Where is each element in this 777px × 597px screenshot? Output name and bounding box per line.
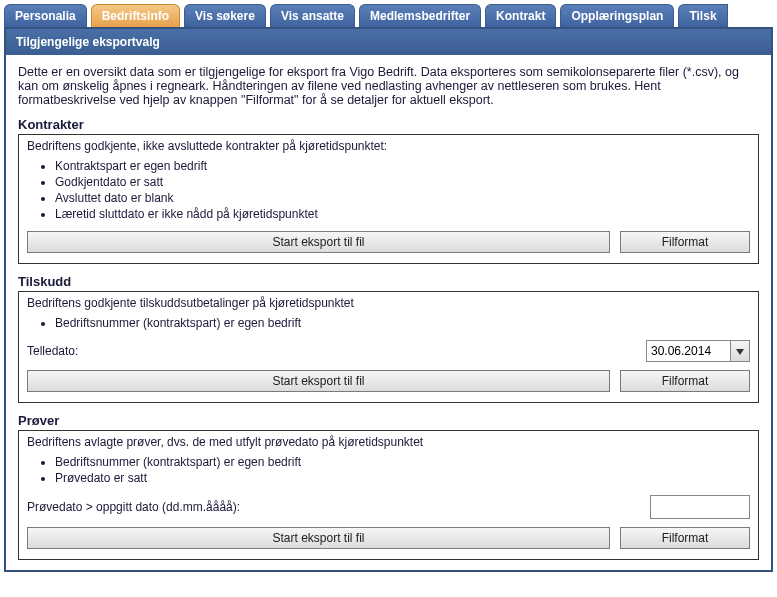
tab-bedriftsinfo[interactable]: Bedriftsinfo xyxy=(91,4,180,27)
kontrakter-list: Kontraktspart er egen bedrift Godkjentda… xyxy=(55,159,750,221)
section-title-kontrakter: Kontrakter xyxy=(18,117,759,132)
tab-bar: Personalia Bedriftsinfo Vis søkere Vis a… xyxy=(0,0,777,27)
list-item: Avsluttet dato er blank xyxy=(55,191,750,205)
list-item: Godkjentdato er satt xyxy=(55,175,750,189)
panel-body: Dette er en oversikt data som er tilgjen… xyxy=(6,55,771,570)
section-title-prover: Prøver xyxy=(18,413,759,428)
list-item: Læretid sluttdato er ikke nådd på kjøret… xyxy=(55,207,750,221)
tab-kontrakt[interactable]: Kontrakt xyxy=(485,4,556,27)
box-tilskudd: Bedriftens godkjente tilskuddsutbetaling… xyxy=(18,291,759,403)
prover-desc: Bedriftens avlagte prøver, dvs. de med u… xyxy=(27,435,750,449)
box-prover: Bedriftens avlagte prøver, dvs. de med u… xyxy=(18,430,759,560)
prover-start-button[interactable]: Start eksport til fil xyxy=(27,527,610,549)
list-item: Bedriftsnummer (kontraktspart) er egen b… xyxy=(55,316,750,330)
list-item: Prøvedato er satt xyxy=(55,471,750,485)
tilskudd-list: Bedriftsnummer (kontraktspart) er egen b… xyxy=(55,316,750,330)
app-root: Personalia Bedriftsinfo Vis søkere Vis a… xyxy=(0,0,777,597)
tilskudd-desc: Bedriftens godkjente tilskuddsutbetaling… xyxy=(27,296,750,310)
tilskudd-filformat-button[interactable]: Filformat xyxy=(620,370,750,392)
panel-title: Tilgjengelige eksportvalg xyxy=(6,29,771,55)
tab-tilskudd-truncated[interactable]: Tilsk xyxy=(678,4,727,27)
telledato-input[interactable] xyxy=(647,342,730,360)
tilskudd-start-button[interactable]: Start eksport til fil xyxy=(27,370,610,392)
provedato-input[interactable] xyxy=(650,495,750,519)
kontrakter-filformat-button[interactable]: Filformat xyxy=(620,231,750,253)
tab-opplaeringsplan[interactable]: Opplæringsplan xyxy=(560,4,674,27)
telledato-label: Telledato: xyxy=(27,344,78,358)
prover-list: Bedriftsnummer (kontraktspart) er egen b… xyxy=(55,455,750,485)
tab-personalia[interactable]: Personalia xyxy=(4,4,87,27)
telledato-dropdown-button[interactable] xyxy=(730,341,749,361)
telledato-field[interactable] xyxy=(646,340,750,362)
provedato-label: Prøvedato > oppgitt dato (dd.mm.åååå): xyxy=(27,500,240,514)
box-kontrakter: Bedriftens godkjente, ikke avsluttede ko… xyxy=(18,134,759,264)
kontrakter-desc: Bedriftens godkjente, ikke avsluttede ko… xyxy=(27,139,750,153)
section-title-tilskudd: Tilskudd xyxy=(18,274,759,289)
kontrakter-start-button[interactable]: Start eksport til fil xyxy=(27,231,610,253)
tab-vis-ansatte[interactable]: Vis ansatte xyxy=(270,4,355,27)
caret-down-icon xyxy=(736,344,744,358)
list-item: Kontraktspart er egen bedrift xyxy=(55,159,750,173)
tab-vis-sokere[interactable]: Vis søkere xyxy=(184,4,266,27)
prover-filformat-button[interactable]: Filformat xyxy=(620,527,750,549)
list-item: Bedriftsnummer (kontraktspart) er egen b… xyxy=(55,455,750,469)
tab-medlemsbedrifter[interactable]: Medlemsbedrifter xyxy=(359,4,481,27)
intro-text: Dette er en oversikt data som er tilgjen… xyxy=(18,65,759,107)
export-panel: Tilgjengelige eksportvalg Dette er en ov… xyxy=(4,27,773,572)
